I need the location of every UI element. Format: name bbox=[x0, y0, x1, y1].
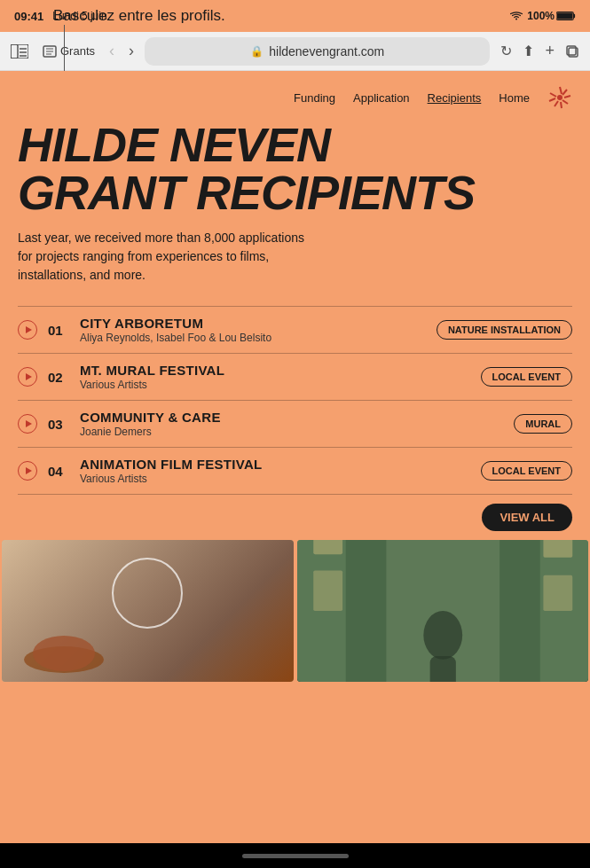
svg-line-17 bbox=[562, 100, 568, 104]
recipient-info-2: MT. MURAL FESTIVAL Various Artists bbox=[80, 363, 470, 391]
svg-line-20 bbox=[549, 98, 555, 101]
svg-rect-1 bbox=[573, 14, 575, 18]
status-right: 100% bbox=[509, 10, 576, 22]
bottom-images bbox=[0, 540, 590, 682]
recipient-name-2: MT. MURAL FESTIVAL bbox=[80, 363, 470, 378]
recipient-info-1: CITY ARBORETUM Aliya Reynolds, Isabel Fo… bbox=[80, 316, 426, 344]
recipient-num-3: 03 bbox=[48, 417, 69, 432]
url-text: hildenevengrant.com bbox=[269, 44, 384, 59]
tooltip-line bbox=[64, 25, 65, 78]
tab-label: Grants bbox=[60, 44, 95, 58]
site-nav: Funding Application Recipients Home bbox=[0, 71, 590, 117]
tabs-button[interactable] bbox=[562, 41, 583, 62]
svg-rect-31 bbox=[313, 570, 342, 611]
recipient-info-4: ANIMATION FILM FESTIVAL Various Artists bbox=[80, 457, 470, 485]
image-left-inner bbox=[2, 540, 294, 682]
browser-actions: ↻ ⬆ + bbox=[497, 38, 583, 64]
home-indicator bbox=[0, 843, 590, 868]
svg-line-15 bbox=[562, 90, 567, 95]
image-right-inner bbox=[297, 540, 589, 682]
table-row: 01 CITY ARBORETUM Aliya Reynolds, Isabel… bbox=[18, 306, 572, 353]
hero-section: HILDE NEVEN GRANT RECIPIENTS Last year, … bbox=[0, 117, 590, 295]
hero-title: HILDE NEVEN GRANT RECIPIENTS bbox=[18, 121, 572, 216]
image-left bbox=[2, 540, 294, 682]
hero-title-line2: GRANT RECIPIENTS bbox=[18, 168, 572, 216]
svg-line-21 bbox=[550, 93, 556, 97]
wifi-icon bbox=[509, 11, 523, 21]
svg-rect-3 bbox=[11, 44, 18, 59]
recipient-name-1: CITY ARBORETUM bbox=[80, 316, 426, 331]
svg-line-18 bbox=[561, 102, 562, 108]
rock-art bbox=[20, 620, 108, 673]
recipients-list: 01 CITY ARBORETUM Aliya Reynolds, Isabel… bbox=[0, 295, 590, 495]
recipient-tag-4[interactable]: LOCAL EVENT bbox=[481, 461, 572, 481]
view-all-button[interactable]: VIEW ALL bbox=[482, 504, 572, 531]
image-right bbox=[297, 540, 589, 682]
play-button-2[interactable] bbox=[18, 367, 37, 387]
recipient-info-3: COMMUNITY & CARE Joanie Demers bbox=[80, 410, 503, 438]
recipient-num-1: 01 bbox=[48, 323, 69, 338]
time: 09:41 bbox=[14, 10, 43, 23]
tooltip-text: Basculez entre les profils. bbox=[53, 0, 225, 32]
play-button-4[interactable] bbox=[18, 461, 37, 481]
play-button-1[interactable] bbox=[18, 320, 37, 340]
browser-bar: Grants ‹ › 🔒 hildenevengrant.com ↻ ⬆ + bbox=[0, 32, 590, 71]
history-button[interactable]: Grants bbox=[39, 41, 98, 62]
reload-button[interactable]: ↻ bbox=[497, 39, 515, 63]
table-row: 04 ANIMATION FILM FESTIVAL Various Artis… bbox=[18, 447, 572, 495]
lock-icon: 🔒 bbox=[250, 45, 264, 58]
hero-description: Last year, we received more than 8,000 a… bbox=[18, 229, 319, 285]
recipient-artists-2: Various Artists bbox=[80, 379, 470, 391]
recipient-tag-2[interactable]: LOCAL EVENT bbox=[481, 367, 572, 387]
history-icon bbox=[43, 44, 57, 59]
nav-application[interactable]: Application bbox=[353, 91, 410, 105]
svg-rect-32 bbox=[543, 540, 572, 558]
svg-rect-2 bbox=[557, 12, 573, 19]
forward-button[interactable]: › bbox=[125, 38, 138, 64]
site-content: Funding Application Recipients Home HILD… bbox=[0, 71, 590, 843]
recipient-tag-3[interactable]: MURAL bbox=[514, 414, 572, 434]
svg-rect-33 bbox=[543, 575, 572, 611]
recipient-artists-4: Various Artists bbox=[80, 473, 470, 485]
back-button[interactable]: ‹ bbox=[106, 38, 118, 64]
svg-point-28 bbox=[423, 611, 462, 660]
home-bar bbox=[242, 854, 349, 858]
hero-title-line1: HILDE NEVEN bbox=[18, 121, 572, 168]
svg-line-19 bbox=[555, 101, 558, 106]
nav-recipients[interactable]: Recipients bbox=[428, 91, 482, 105]
nav-home[interactable]: Home bbox=[499, 91, 530, 105]
recipient-tag-1[interactable]: NATURE INSTALLATION bbox=[437, 320, 572, 340]
svg-rect-29 bbox=[429, 656, 455, 682]
site-logo[interactable] bbox=[547, 85, 572, 110]
svg-line-16 bbox=[564, 96, 570, 98]
address-bar[interactable]: 🔒 hildenevengrant.com bbox=[145, 37, 490, 66]
battery-indicator: 100% bbox=[527, 10, 576, 22]
new-tab-button[interactable]: + bbox=[541, 38, 558, 64]
recipient-artists-3: Joanie Demers bbox=[80, 426, 503, 438]
recipient-name-3: COMMUNITY & CARE bbox=[80, 410, 503, 425]
share-button[interactable]: ⬆ bbox=[519, 39, 538, 63]
nav-funding[interactable]: Funding bbox=[294, 91, 335, 105]
view-all-row: VIEW ALL bbox=[0, 495, 590, 540]
circle-art bbox=[112, 558, 183, 629]
table-row: 03 COMMUNITY & CARE Joanie Demers MURAL bbox=[18, 400, 572, 447]
recipient-num-2: 02 bbox=[48, 370, 69, 385]
recipient-name-4: ANIMATION FILM FESTIVAL bbox=[80, 457, 470, 472]
battery-pct: 100% bbox=[527, 10, 555, 22]
street-art bbox=[297, 540, 589, 682]
svg-point-22 bbox=[557, 95, 562, 100]
battery-icon bbox=[556, 11, 576, 21]
svg-point-24 bbox=[33, 636, 95, 671]
sidebar-toggle[interactable] bbox=[7, 41, 32, 62]
svg-line-14 bbox=[560, 87, 562, 94]
svg-rect-30 bbox=[313, 540, 342, 554]
play-button-3[interactable] bbox=[18, 414, 37, 434]
table-row: 02 MT. MURAL FESTIVAL Various Artists LO… bbox=[18, 353, 572, 400]
recipient-num-4: 04 bbox=[48, 464, 69, 479]
recipient-artists-1: Aliya Reynolds, Isabel Foo & Lou Belsito bbox=[80, 332, 426, 344]
